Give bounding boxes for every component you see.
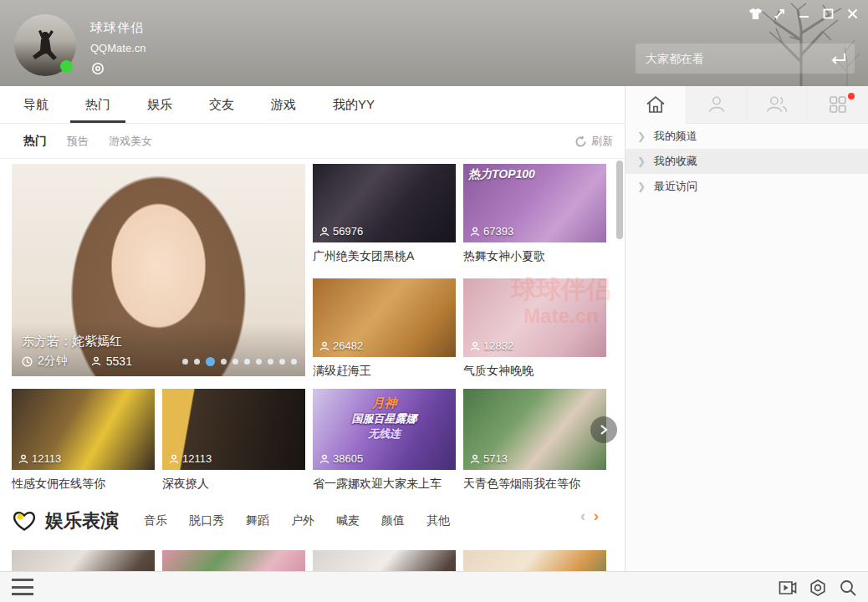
carousel-dot[interactable] [182,359,188,365]
carousel-dot[interactable] [279,359,285,365]
search-icon[interactable] [838,578,858,598]
featured-meta: 2分钟 5531 [22,354,132,369]
tab-navigation[interactable]: 导航 [23,86,49,123]
menu-button[interactable] [12,579,33,595]
bottom-bar [0,571,868,602]
hot-top100-badge: 热力TOP100 [468,167,535,182]
carousel-dot[interactable] [232,359,238,365]
stream-card[interactable] [313,550,456,571]
stream-card[interactable]: 月神 国服百星露娜 无线连 38605 省一露娜欢迎大家来上车 [313,389,456,492]
stream-thumbnail: 12113 [12,389,155,470]
video-record-icon[interactable] [778,578,798,598]
category-other[interactable]: 其他 [426,513,450,528]
stream-card[interactable] [463,550,606,571]
tab-friends[interactable]: 交友 [209,86,234,123]
tab-games[interactable]: 游戏 [271,86,296,123]
collapse-icon[interactable] [772,6,787,21]
carousel-dot[interactable] [256,359,262,365]
search-input[interactable] [636,52,826,65]
viewer-count: 38605 [333,452,363,465]
users-icon [765,94,789,115]
main-nav: 导航 热门 娱乐 交友 游戏 我的YY [0,86,625,124]
sidebar-tab-home[interactable] [625,86,687,124]
settings-icon[interactable] [808,578,828,598]
featured-stream-card[interactable]: 东方若：姹紫嫣红 2分钟 5531 [12,164,305,376]
grid-icon [828,94,848,115]
category-beauty[interactable]: 颜值 [381,513,405,528]
stream-thumbnail [463,550,606,571]
stream-thumbnail: 热力TOP100 67393 [463,164,606,242]
tab-hot[interactable]: 热门 [85,86,110,123]
refresh-icon [574,135,587,148]
viewer-count: 56976 [333,225,363,237]
app-window: 球球伴侣 QQMate.cn [0,0,868,602]
viewer-icon [470,454,480,464]
sidebar-item-label: 最近访问 [654,179,697,194]
tab-my-yy[interactable]: 我的YY [333,86,375,123]
sidebar-tab-groups[interactable] [748,86,809,123]
viewer-count: 67393 [483,225,513,237]
sidebar-tabs [625,86,868,124]
viewer-count: 12113 [182,452,212,465]
stream-title: 天青色等烟雨我在等你 [463,477,606,492]
visibility-icon[interactable] [90,61,105,76]
stream-card[interactable]: 热力TOP100 67393 热舞女神小夏歌 [463,164,606,264]
sidebar-item-my-favorites[interactable]: ❯ 我的收藏 [625,149,868,174]
viewer-icon [319,454,329,464]
refresh-button[interactable]: 刷新 [574,124,613,159]
subtab-hot[interactable]: 热门 [23,134,47,149]
viewer-icon [91,356,101,366]
section-prev-button[interactable]: ‹ [580,508,585,523]
carousel-dot[interactable] [221,359,227,365]
heart-icon [12,509,37,533]
stream-card[interactable] [162,550,305,571]
sidebar-item-my-channels[interactable]: ❯ 我的频道 [625,124,868,149]
home-icon [645,94,666,115]
category-talkshow[interactable]: 脱口秀 [189,513,224,528]
stream-title: 满级赶海王 [313,364,456,379]
user-subtitle: QQMate.cn [90,42,146,54]
sidebar-item-recent-visits[interactable]: ❯ 最近访问 [625,174,868,199]
section-entertainment: 娱乐表演 音乐 脱口秀 舞蹈 户外 喊麦 颜值 其他 ‹ › [12,502,612,540]
sidebar-tab-apps[interactable] [808,86,868,123]
stream-card[interactable]: 12113 深夜撩人 [162,389,305,492]
carousel-dot[interactable] [194,359,200,365]
viewer-count: 12113 [32,452,61,465]
enter-icon[interactable] [826,50,848,67]
clock-icon [22,356,33,367]
carousel-next-button[interactable] [590,416,617,443]
subtab-preview[interactable]: 预告 [67,134,89,149]
carousel-dot[interactable] [291,359,297,365]
category-dance[interactable]: 舞蹈 [246,513,269,528]
featured-duration: 2分钟 [38,354,68,369]
category-hanmai[interactable]: 喊麦 [336,513,360,528]
close-icon[interactable] [845,6,860,21]
stream-thumbnail: 12113 [162,389,305,470]
viewer-icon [470,341,480,351]
section-next-button[interactable]: › [594,508,599,523]
viewer-count: 5713 [483,452,508,465]
carousel-dot[interactable] [206,357,215,366]
carousel-dot[interactable] [244,359,250,365]
subtab-game-beauty[interactable]: 游戏美女 [109,134,152,149]
minimize-icon[interactable] [796,6,811,21]
viewer-icon [319,341,329,351]
stream-card[interactable] [12,550,155,571]
tab-entertainment[interactable]: 娱乐 [147,86,172,123]
stream-card[interactable]: 56976 广州绝美女团黑桃A [313,164,456,264]
skin-icon[interactable] [748,6,763,21]
stream-card[interactable]: 12113 性感女佣在线等你 [12,389,155,492]
maximize-icon[interactable] [820,6,835,21]
scrollbar[interactable] [616,161,623,239]
stream-card[interactable]: 12832 气质女神晚晚 [463,278,606,379]
stream-card[interactable]: 26482 满级赶海王 [313,278,456,379]
carousel-dot[interactable] [268,359,273,365]
category-music[interactable]: 音乐 [144,513,167,528]
search-box [636,43,855,74]
stream-card[interactable]: 5713 天青色等烟雨我在等你 [463,389,606,492]
viewer-count: 12832 [483,339,513,352]
title-bar: 球球伴侣 QQMate.cn [0,0,868,86]
sidebar-tab-contacts[interactable] [687,86,748,123]
stream-thumbnail: 月神 国服百星露娜 无线连 38605 [313,389,456,470]
category-outdoor[interactable]: 户外 [291,513,314,528]
